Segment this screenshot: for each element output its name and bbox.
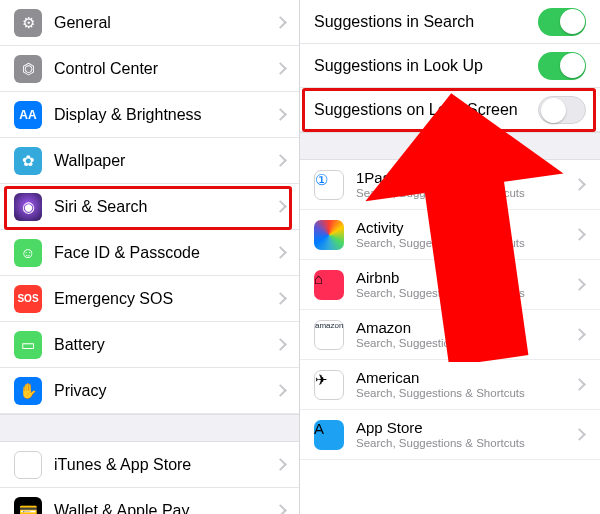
app-row-1password[interactable]: ①1PasswordSearch, Suggestions & Shortcut… [300, 160, 600, 210]
toggles-icon: ⏣ [22, 61, 35, 76]
settings-list-left: ⚙︎General⏣Control CenterAADisplay & Brig… [0, 0, 300, 514]
chevron-right-icon [573, 228, 586, 241]
toggle-row-suggestions-in-look-up: Suggestions in Look Up [300, 44, 600, 88]
settings-row-battery[interactable]: ▭Battery [0, 322, 299, 368]
settings-row-emergency-sos[interactable]: SOSEmergency SOS [0, 276, 299, 322]
app-subtitle: Search, Suggestions & Shortcuts [356, 436, 575, 450]
chevron-right-icon [274, 246, 287, 259]
app-name: 1Password [356, 169, 575, 186]
toggle-switch[interactable] [538, 96, 586, 124]
row-label: Face ID & Passcode [54, 244, 276, 262]
settings-row-itunes-app-store[interactable]: AiTunes & App Store [0, 442, 299, 488]
airbnb-icon: ⌂ [314, 270, 323, 287]
settings-row-wallet-apple-pay[interactable]: 💳Wallet & Apple Pay [0, 488, 299, 514]
section-separator [0, 414, 299, 442]
app-subtitle: Search, Suggestions & Shortcuts [356, 286, 575, 300]
battery-icon: ▭ [14, 331, 42, 359]
1p-icon: ① [314, 170, 344, 200]
row-label: Wallpaper [54, 152, 276, 170]
aa-icon: AA [14, 101, 42, 129]
toggle-row-suggestions-in-search: Suggestions in Search [300, 0, 600, 44]
row-label: Privacy [54, 382, 276, 400]
row-label: Wallet & Apple Pay [54, 502, 276, 515]
chevron-right-icon [573, 328, 586, 341]
flower-icon: ✿ [22, 153, 35, 168]
app-name: App Store [356, 419, 575, 436]
row-label: Battery [54, 336, 276, 354]
app-row-american[interactable]: ✈AmericanSearch, Suggestions & Shortcuts [300, 360, 600, 410]
chevron-right-icon [274, 292, 287, 305]
sos-icon: SOS [17, 294, 38, 304]
hand-icon: ✋ [19, 383, 38, 398]
gear-icon: ⚙︎ [22, 15, 35, 30]
battery-icon: ▭ [21, 337, 35, 352]
american-icon: ✈ [315, 371, 328, 388]
row-label: Display & Brightness [54, 106, 276, 124]
settings-row-privacy[interactable]: ✋Privacy [0, 368, 299, 414]
hand-icon: ✋ [14, 377, 42, 405]
chevron-right-icon [274, 338, 287, 351]
app-name: American [356, 369, 575, 386]
siri-icon: ◉ [22, 199, 35, 214]
face-icon: ☺ [14, 239, 42, 267]
chevron-right-icon [274, 200, 287, 213]
chevron-right-icon [274, 108, 287, 121]
settings-row-general[interactable]: ⚙︎General [0, 0, 299, 46]
toggles-icon: ⏣ [14, 55, 42, 83]
settings-row-face-id-passcode[interactable]: ☺Face ID & Passcode [0, 230, 299, 276]
chevron-right-icon [573, 428, 586, 441]
chevron-right-icon [573, 378, 586, 391]
toggle-switch[interactable] [538, 52, 586, 80]
chevron-right-icon [573, 178, 586, 191]
appstore-icon: A [23, 457, 33, 472]
amazon-icon: amazon [314, 320, 344, 350]
app-text: App StoreSearch, Suggestions & Shortcuts [356, 419, 575, 450]
settings-row-siri-search[interactable]: ◉Siri & Search [0, 184, 299, 230]
app-row-app-store[interactable]: AApp StoreSearch, Suggestions & Shortcut… [300, 410, 600, 460]
app-text: 1PasswordSearch, Suggestions & Shortcuts [356, 169, 575, 200]
face-icon: ☺ [20, 245, 35, 260]
aa-icon: AA [19, 109, 36, 121]
chevron-right-icon [274, 384, 287, 397]
chevron-right-icon [274, 458, 287, 471]
app-name: Airbnb [356, 269, 575, 286]
chevron-right-icon [274, 16, 287, 29]
amazon-icon: amazon [315, 321, 343, 330]
toggle-switch[interactable] [538, 8, 586, 36]
app-subtitle: Search, Suggestions & Shortcuts [356, 236, 575, 250]
appstore-icon: A [314, 420, 324, 437]
app-row-airbnb[interactable]: ⌂AirbnbSearch, Suggestions & Shortcuts [300, 260, 600, 310]
flower-icon: ✿ [14, 147, 42, 175]
activity-icon [314, 220, 344, 250]
chevron-right-icon [274, 154, 287, 167]
toggle-label: Suggestions in Search [314, 13, 538, 31]
chevron-right-icon [573, 278, 586, 291]
section-separator [300, 132, 600, 160]
app-row-activity[interactable]: ActivitySearch, Suggestions & Shortcuts [300, 210, 600, 260]
row-label: iTunes & App Store [54, 456, 276, 474]
settings-row-wallpaper[interactable]: ✿Wallpaper [0, 138, 299, 184]
row-label: Emergency SOS [54, 290, 276, 308]
app-name: Amazon [356, 319, 575, 336]
chevron-right-icon [274, 62, 287, 75]
american-icon: ✈ [314, 370, 344, 400]
wallet-icon: 💳 [19, 503, 38, 514]
app-row-amazon[interactable]: amazonAmazonSearch, Suggestions & Shortc… [300, 310, 600, 360]
appstore-icon: A [14, 451, 42, 479]
chevron-right-icon [274, 504, 287, 514]
row-label: General [54, 14, 276, 32]
siri-search-detail: Suggestions in SearchSuggestions in Look… [300, 0, 600, 514]
toggle-row-suggestions-on-lock-screen: Suggestions on Lock Screen [300, 88, 600, 132]
siri-icon: ◉ [14, 193, 42, 221]
app-subtitle: Search, Suggestions & Shortcuts [356, 386, 575, 400]
settings-row-control-center[interactable]: ⏣Control Center [0, 46, 299, 92]
app-subtitle: Search, Suggestions & Shortcuts [356, 336, 575, 350]
toggle-label: Suggestions on Lock Screen [314, 101, 538, 119]
airbnb-icon: ⌂ [314, 270, 344, 300]
app-text: AmazonSearch, Suggestions & Shortcuts [356, 319, 575, 350]
settings-row-display-brightness[interactable]: AADisplay & Brightness [0, 92, 299, 138]
gear-icon: ⚙︎ [14, 9, 42, 37]
1p-icon: ① [315, 171, 328, 188]
app-text: AirbnbSearch, Suggestions & Shortcuts [356, 269, 575, 300]
sos-icon: SOS [14, 285, 42, 313]
